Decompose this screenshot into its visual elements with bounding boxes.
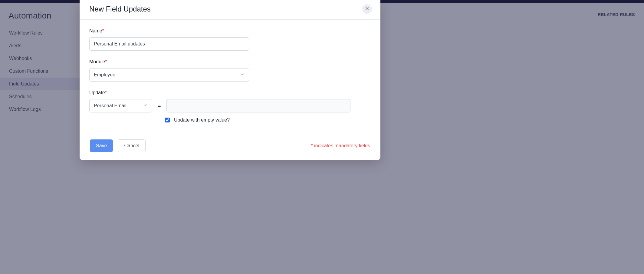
name-group: Name* <box>89 28 371 51</box>
update-row: Personal Email = <box>89 99 371 112</box>
modal-title: New Field Updates <box>89 5 151 13</box>
chevron-down-icon <box>143 103 148 109</box>
modal-body: Name* Module* Employee Update* <box>80 20 380 134</box>
chevron-down-icon <box>240 72 245 78</box>
equals-sign: = <box>158 103 161 109</box>
update-group: Update* Personal Email = Update with emp… <box>89 90 371 123</box>
close-icon <box>365 6 369 12</box>
required-asterisk: * <box>102 28 104 33</box>
module-group: Module* Employee <box>89 59 371 82</box>
required-asterisk: * <box>105 59 107 64</box>
update-label: Update* <box>89 90 371 95</box>
empty-value-checkbox[interactable] <box>165 118 170 122</box>
modal-header: New Field Updates <box>80 0 380 20</box>
name-label: Name* <box>89 28 371 34</box>
footer-buttons: Save Cancel <box>90 139 146 152</box>
module-select-value: Employee <box>94 72 115 78</box>
update-field-value: Personal Email <box>94 103 126 109</box>
cancel-button[interactable]: Cancel <box>118 139 146 152</box>
update-label-text: Update <box>89 90 105 95</box>
modal-footer: Save Cancel * indicates mandatory fields <box>80 134 380 160</box>
module-label: Module* <box>89 59 371 65</box>
name-label-text: Name <box>89 28 102 33</box>
close-button[interactable] <box>362 4 372 14</box>
update-field-select[interactable]: Personal Email <box>89 99 152 112</box>
module-label-text: Module <box>89 59 105 64</box>
empty-value-label: Update with empty value? <box>174 117 230 123</box>
save-button[interactable]: Save <box>90 139 113 152</box>
module-select[interactable]: Employee <box>89 68 249 82</box>
update-value-input[interactable] <box>166 99 350 112</box>
name-input[interactable] <box>89 37 249 51</box>
empty-value-row: Update with empty value? <box>165 117 371 123</box>
new-field-updates-modal: New Field Updates Name* Module* Employee <box>80 0 380 160</box>
mandatory-note: * indicates mandatory fields <box>311 143 370 149</box>
required-asterisk: * <box>105 90 107 95</box>
